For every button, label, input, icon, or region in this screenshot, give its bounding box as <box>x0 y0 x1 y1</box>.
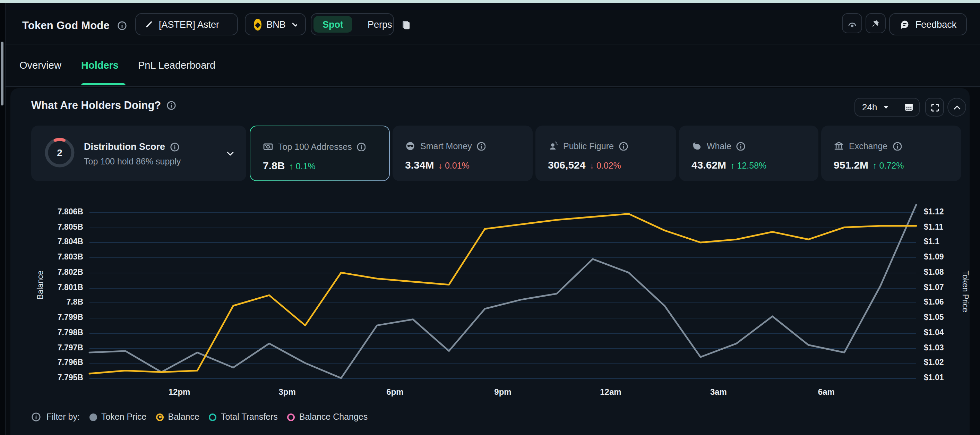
card-value: 43.62M <box>692 159 726 170</box>
legend-balance[interactable]: Balance <box>156 412 199 422</box>
time-range-value: 24h <box>862 102 877 112</box>
watch-icon <box>847 18 857 28</box>
fullscreen-button[interactable] <box>925 98 944 116</box>
chevron-up-icon <box>952 102 962 112</box>
active-tab-underline <box>81 83 126 85</box>
legend-token-price[interactable]: Token Price <box>89 412 147 422</box>
pin-icon <box>870 18 881 28</box>
time-range-control: 24h <box>854 98 920 116</box>
spot-toggle[interactable]: Spot <box>313 16 352 33</box>
market-toggle: Spot Perps <box>311 13 394 35</box>
speech-bubble-icon <box>900 19 910 29</box>
chevron-down-icon <box>291 19 297 29</box>
copy-icon[interactable] <box>401 19 412 30</box>
time-range-dropdown[interactable]: 24h <box>855 99 896 116</box>
card-change: ↓ 0.02% <box>590 161 621 170</box>
public-figure-card[interactable]: Public Figure 306,524 ↓ 0.02% <box>535 126 676 181</box>
left-scrollbar-thumb[interactable] <box>1 41 3 105</box>
info-icon[interactable] <box>477 142 486 151</box>
card-label: Whale <box>707 141 731 151</box>
token-select-label: [ASTER] Aster <box>159 19 219 29</box>
card-change: ↑ 12.58% <box>730 161 766 170</box>
info-icon[interactable] <box>892 142 901 151</box>
smart-money-icon <box>405 141 415 151</box>
public-figure-icon <box>548 141 558 151</box>
fullscreen-icon <box>930 102 939 112</box>
pencil-icon <box>144 19 154 29</box>
calendar-button[interactable] <box>896 99 921 116</box>
card-change: ↑ 0.72% <box>872 161 904 170</box>
chart-filter-legend: Filter by: Token Price Balance Total Tra… <box>31 412 368 422</box>
legend-total-transfers[interactable]: Total Transfers <box>209 412 278 422</box>
card-value: 951.2M <box>834 159 868 170</box>
feedback-button[interactable]: Feedback <box>889 13 967 35</box>
header-bar: Token God Mode [ASTER] Aster ◆ BNB Spot … <box>6 3 980 45</box>
card-label: Distribution Score <box>84 142 180 152</box>
page-title: Token God Mode <box>22 19 127 32</box>
info-icon <box>31 412 41 422</box>
chain-label: BNB <box>266 19 286 29</box>
info-icon[interactable] <box>118 21 127 30</box>
chevron-down-icon[interactable] <box>225 148 235 158</box>
right-axis-title: Token Price <box>961 271 970 312</box>
token-price-marker <box>89 413 97 421</box>
feedback-label: Feedback <box>915 19 957 29</box>
section-title: What Are Holders Doing? <box>31 99 176 112</box>
exchange-card[interactable]: Exchange 951.2M ↑ 0.72% <box>821 126 961 181</box>
legend-balance-changes[interactable]: Balance Changes <box>288 412 368 422</box>
card-value: 7.8B <box>263 159 285 171</box>
card-subtitle: Top 100 hold 86% supply <box>84 157 181 167</box>
browser-top-strip <box>0 0 980 3</box>
card-change: ↑ 0.1% <box>289 162 315 171</box>
bnb-coin-icon: ◆ <box>254 18 261 30</box>
balance-marker <box>156 413 164 421</box>
score-value: 2 <box>44 137 76 169</box>
card-label: Exchange <box>849 141 888 151</box>
chain-select-button[interactable]: ◆ BNB <box>245 13 306 35</box>
whale-card[interactable]: Whale 43.62M ↑ 12.58% <box>679 126 818 181</box>
collapse-button[interactable] <box>947 98 966 116</box>
card-value: 306,524 <box>548 159 585 170</box>
perps-toggle[interactable]: Perps <box>359 19 401 29</box>
top-100-addresses-card[interactable]: Top 100 Addresses 7.8B ↑ 0.1% <box>250 126 390 181</box>
pin-button[interactable] <box>865 13 886 33</box>
whale-icon <box>692 141 702 151</box>
card-label: Smart Money <box>420 141 472 151</box>
distribution-score-card[interactable]: 2 Distribution Score Top 100 hold 86% su… <box>31 126 246 181</box>
watchlist-button[interactable] <box>842 13 862 33</box>
money-icon <box>263 142 273 152</box>
filter-by-label: Filter by: <box>46 412 80 422</box>
token-select-button[interactable]: [ASTER] Aster <box>135 13 238 35</box>
card-label: Public Figure <box>563 141 614 151</box>
info-icon[interactable] <box>167 100 176 110</box>
left-axis-title: Balance <box>36 271 45 300</box>
calendar-icon <box>904 102 914 112</box>
total-transfers-marker <box>209 413 217 421</box>
info-icon[interactable] <box>619 142 628 151</box>
card-label: Top 100 Addresses <box>278 142 352 151</box>
info-icon[interactable] <box>170 142 180 151</box>
info-icon[interactable] <box>736 142 745 151</box>
balance-changes-marker <box>288 413 295 421</box>
smart-money-card[interactable]: Smart Money 3.34M ↓ 0.01% <box>393 126 533 181</box>
tab-bar: Overview Holders PnL Leaderboard <box>6 45 980 87</box>
tab-pnl-leaderboard[interactable]: PnL Leaderboard <box>138 60 215 71</box>
info-icon[interactable] <box>357 142 366 151</box>
exchange-icon <box>834 141 844 151</box>
card-value: 3.34M <box>405 159 434 170</box>
card-change: ↓ 0.01% <box>438 161 469 170</box>
token-god-mode-page: Token God Mode [ASTER] Aster ◆ BNB Spot … <box>0 0 980 435</box>
chevron-down-icon <box>882 104 889 111</box>
tab-overview[interactable]: Overview <box>19 60 61 71</box>
tab-holders[interactable]: Holders <box>81 60 119 71</box>
